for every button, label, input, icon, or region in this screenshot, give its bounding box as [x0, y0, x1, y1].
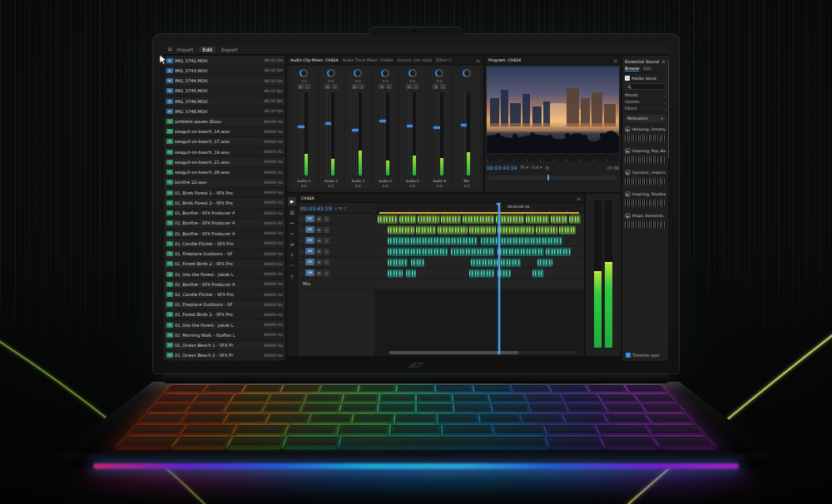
work-area-bar: [379, 212, 579, 214]
timeline-playhead[interactable]: [498, 203, 500, 354]
scene: ⌂ ImportEditExport ▸IMG_3742.MOV48.00 fp…: [0, 0, 832, 504]
mouse-cursor: [159, 53, 167, 69]
vignette: [0, 0, 832, 504]
